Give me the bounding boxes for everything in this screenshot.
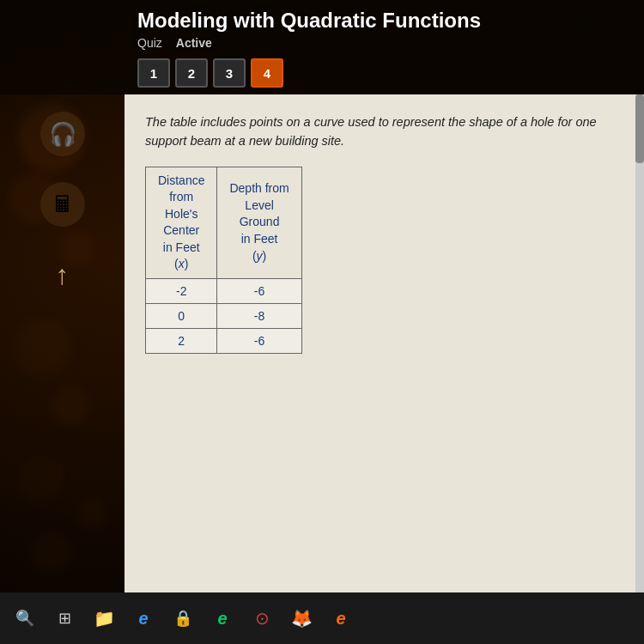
edge3-taskbar-icon[interactable]: e: [325, 602, 357, 635]
taskbar: 🔍 ⊞ 📁 e 🔒 e ⊙ 🦊 e: [0, 592, 644, 644]
quiz-label: Quiz: [137, 36, 162, 50]
cell-y3: -6: [217, 329, 301, 354]
cell-x3: 2: [146, 329, 217, 354]
cell-y1: -6: [217, 279, 301, 304]
edge3-icon: e: [336, 609, 345, 629]
circle-taskbar-icon[interactable]: ⊙: [246, 602, 278, 635]
edge2-icon: e: [217, 609, 227, 629]
lock-taskbar-icon[interactable]: 🔒: [167, 602, 199, 635]
edge-icon: e: [138, 609, 148, 629]
tab-4[interactable]: 4: [251, 58, 283, 88]
windows-taskbar-icon[interactable]: ⊞: [48, 602, 81, 635]
headphones-icon[interactable]: 🎧: [40, 112, 85, 156]
firefox-taskbar-icon[interactable]: 🦊: [285, 602, 318, 635]
grid-icon: ⊞: [58, 609, 71, 628]
calculator-icon[interactable]: 🖩: [40, 182, 85, 227]
scroll-thumb[interactable]: [635, 94, 644, 163]
cell-y2: -8: [217, 304, 301, 329]
edge2-taskbar-icon[interactable]: e: [206, 602, 239, 635]
search-icon: 🔍: [15, 609, 34, 628]
subtitle-row: Quiz Active: [137, 36, 627, 50]
col-header-y: Depth fromLevelGroundin Feet(y): [217, 167, 301, 279]
table-row: -2 -6: [146, 279, 302, 304]
sidebar-icons: 🎧 🖩 ↑: [0, 94, 125, 592]
arrow-up-icon[interactable]: ↑: [40, 252, 85, 297]
page-title: Modeling with Quadratic Functions: [137, 9, 627, 33]
edge-taskbar-icon[interactable]: e: [127, 602, 160, 635]
table-row: 2 -6: [146, 329, 302, 354]
lock-icon: 🔒: [173, 609, 192, 628]
circle-icon: ⊙: [255, 608, 270, 629]
cell-x1: -2: [146, 279, 217, 304]
tab-1[interactable]: 1: [137, 58, 170, 88]
cell-x2: 0: [146, 304, 217, 329]
table-row: 0 -8: [146, 304, 302, 329]
scrollbar[interactable]: [635, 94, 644, 592]
active-label: Active: [176, 36, 212, 50]
data-table: DistancefromHole'sCenterin Feet(x) Depth…: [145, 167, 302, 355]
tab-row: 1 2 3 4: [137, 58, 627, 88]
firefox-icon: 🦊: [291, 608, 313, 629]
question-text: The table includes points on a curve use…: [145, 113, 623, 151]
tab-3[interactable]: 3: [213, 58, 246, 88]
col-header-x: DistancefromHole'sCenterin Feet(x): [146, 167, 217, 279]
search-taskbar-icon[interactable]: 🔍: [9, 602, 41, 635]
tab-2[interactable]: 2: [175, 58, 208, 88]
folder-icon: 📁: [94, 608, 115, 629]
explorer-taskbar-icon[interactable]: 📁: [88, 602, 120, 635]
header-bar: Modeling with Quadratic Functions Quiz A…: [0, 0, 644, 94]
main-content: The table includes points on a curve use…: [125, 94, 644, 592]
